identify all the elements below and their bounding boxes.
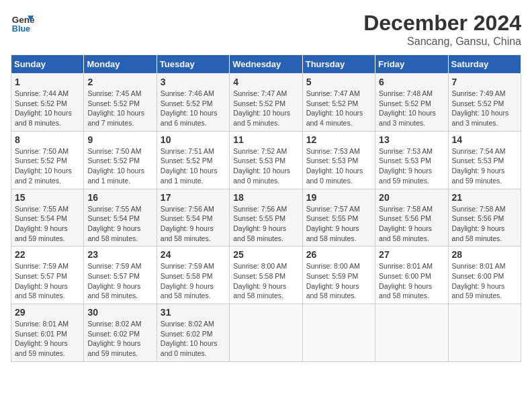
calendar-week-row: 22Sunrise: 7:59 AMSunset: 5:57 PMDayligh…	[11, 246, 521, 304]
svg-text:Blue: Blue	[12, 24, 30, 34]
calendar-cell: 29Sunrise: 8:01 AMSunset: 6:01 PMDayligh…	[11, 304, 84, 362]
calendar-header-row: SundayMondayTuesdayWednesdayThursdayFrid…	[11, 55, 521, 74]
calendar-cell: 16Sunrise: 7:55 AMSunset: 5:54 PMDayligh…	[84, 189, 157, 246]
day-detail: Sunrise: 7:59 AMSunset: 5:57 PMDaylight:…	[87, 261, 152, 301]
day-detail: Sunrise: 7:53 AMSunset: 5:53 PMDaylight:…	[306, 146, 371, 186]
day-number: 13	[379, 134, 444, 145]
day-detail: Sunrise: 7:50 AMSunset: 5:52 PMDaylight:…	[15, 146, 80, 186]
day-detail: Sunrise: 8:01 AMSunset: 6:00 PMDaylight:…	[379, 261, 444, 301]
day-detail: Sunrise: 7:50 AMSunset: 5:52 PMDaylight:…	[87, 146, 152, 186]
calendar-table: SundayMondayTuesdayWednesdayThursdayFrid…	[11, 54, 521, 362]
day-number: 12	[306, 134, 371, 145]
calendar-cell: 1Sunrise: 7:44 AMSunset: 5:52 PMDaylight…	[11, 74, 84, 132]
day-number: 22	[15, 249, 80, 260]
day-detail: Sunrise: 8:01 AMSunset: 6:00 PMDaylight:…	[452, 261, 517, 301]
calendar-cell: 27Sunrise: 8:01 AMSunset: 6:00 PMDayligh…	[375, 246, 448, 304]
day-detail: Sunrise: 7:57 AMSunset: 5:55 PMDaylight:…	[306, 204, 371, 244]
day-number: 5	[306, 77, 371, 87]
calendar-cell: 17Sunrise: 7:56 AMSunset: 5:54 PMDayligh…	[157, 189, 229, 246]
calendar-cell: 11Sunrise: 7:52 AMSunset: 5:53 PMDayligh…	[230, 131, 302, 189]
day-header-tuesday: Tuesday	[157, 55, 229, 74]
day-detail: Sunrise: 7:47 AMSunset: 5:52 PMDaylight:…	[306, 89, 371, 128]
day-number: 27	[379, 249, 444, 260]
day-header-sunday: Sunday	[11, 55, 84, 74]
day-number: 9	[87, 134, 152, 145]
day-detail: Sunrise: 7:47 AMSunset: 5:52 PMDaylight:…	[233, 89, 298, 128]
calendar-cell: 9Sunrise: 7:50 AMSunset: 5:52 PMDaylight…	[84, 131, 157, 189]
day-number: 25	[233, 249, 298, 260]
day-header-wednesday: Wednesday	[230, 55, 302, 74]
calendar-cell: 20Sunrise: 7:58 AMSunset: 5:56 PMDayligh…	[375, 189, 448, 246]
logo-icon: General Blue	[11, 11, 35, 35]
day-header-monday: Monday	[84, 55, 157, 74]
day-detail: Sunrise: 7:55 AMSunset: 5:54 PMDaylight:…	[15, 204, 80, 244]
day-detail: Sunrise: 8:00 AMSunset: 5:58 PMDaylight:…	[233, 261, 298, 301]
day-number: 28	[452, 249, 517, 260]
calendar-cell: 22Sunrise: 7:59 AMSunset: 5:57 PMDayligh…	[11, 246, 84, 304]
day-detail: Sunrise: 8:02 AMSunset: 6:02 PMDaylight:…	[87, 319, 152, 359]
calendar-cell: 14Sunrise: 7:54 AMSunset: 5:53 PMDayligh…	[448, 131, 521, 189]
calendar-cell: 19Sunrise: 7:57 AMSunset: 5:55 PMDayligh…	[302, 189, 375, 246]
calendar-body: 1Sunrise: 7:44 AMSunset: 5:52 PMDaylight…	[11, 74, 521, 362]
calendar-cell: 28Sunrise: 8:01 AMSunset: 6:00 PMDayligh…	[448, 246, 521, 304]
day-number: 11	[233, 134, 298, 145]
day-number: 6	[379, 77, 444, 87]
day-number: 10	[161, 134, 226, 145]
month-title: December 2024	[363, 11, 521, 36]
calendar-cell: 12Sunrise: 7:53 AMSunset: 5:53 PMDayligh…	[302, 131, 375, 189]
day-number: 31	[161, 307, 226, 318]
calendar-cell: 18Sunrise: 7:56 AMSunset: 5:55 PMDayligh…	[230, 189, 302, 246]
day-number: 29	[15, 307, 80, 318]
day-detail: Sunrise: 7:59 AMSunset: 5:57 PMDaylight:…	[15, 261, 80, 301]
logo: General Blue	[11, 11, 35, 35]
calendar-cell: 30Sunrise: 8:02 AMSunset: 6:02 PMDayligh…	[84, 304, 157, 362]
day-detail: Sunrise: 7:44 AMSunset: 5:52 PMDaylight:…	[15, 89, 80, 128]
calendar-week-row: 15Sunrise: 7:55 AMSunset: 5:54 PMDayligh…	[11, 189, 521, 246]
calendar-week-row: 1Sunrise: 7:44 AMSunset: 5:52 PMDaylight…	[11, 74, 521, 132]
calendar-cell	[230, 304, 302, 362]
day-number: 15	[15, 192, 80, 203]
day-header-friday: Friday	[375, 55, 448, 74]
day-number: 14	[452, 134, 517, 145]
title-area: December 2024 Sancang, Gansu, China	[363, 11, 521, 48]
calendar-cell: 24Sunrise: 7:59 AMSunset: 5:58 PMDayligh…	[157, 246, 229, 304]
page-header: General Blue December 2024 Sancang, Gans…	[11, 11, 521, 48]
day-number: 26	[306, 249, 371, 260]
calendar-cell: 13Sunrise: 7:53 AMSunset: 5:53 PMDayligh…	[375, 131, 448, 189]
calendar-cell: 10Sunrise: 7:51 AMSunset: 5:52 PMDayligh…	[157, 131, 229, 189]
day-detail: Sunrise: 8:00 AMSunset: 5:59 PMDaylight:…	[306, 261, 371, 301]
calendar-cell: 21Sunrise: 7:58 AMSunset: 5:56 PMDayligh…	[448, 189, 521, 246]
day-number: 17	[161, 192, 226, 203]
day-number: 8	[15, 134, 80, 145]
calendar-cell: 15Sunrise: 7:55 AMSunset: 5:54 PMDayligh…	[11, 189, 84, 246]
day-number: 1	[15, 77, 80, 87]
day-detail: Sunrise: 7:51 AMSunset: 5:52 PMDaylight:…	[161, 146, 226, 186]
day-detail: Sunrise: 7:52 AMSunset: 5:53 PMDaylight:…	[233, 146, 298, 186]
day-detail: Sunrise: 7:49 AMSunset: 5:52 PMDaylight:…	[452, 89, 517, 128]
calendar-cell	[448, 304, 521, 362]
day-number: 20	[379, 192, 444, 203]
day-detail: Sunrise: 7:46 AMSunset: 5:52 PMDaylight:…	[161, 89, 226, 128]
day-detail: Sunrise: 7:59 AMSunset: 5:58 PMDaylight:…	[161, 261, 226, 301]
calendar-cell: 2Sunrise: 7:45 AMSunset: 5:52 PMDaylight…	[84, 74, 157, 132]
day-detail: Sunrise: 8:01 AMSunset: 6:01 PMDaylight:…	[15, 319, 80, 359]
day-number: 3	[161, 77, 226, 87]
location-title: Sancang, Gansu, China	[363, 36, 521, 48]
calendar-week-row: 29Sunrise: 8:01 AMSunset: 6:01 PMDayligh…	[11, 304, 521, 362]
day-detail: Sunrise: 7:53 AMSunset: 5:53 PMDaylight:…	[379, 146, 444, 186]
day-number: 30	[87, 307, 152, 318]
calendar-cell: 5Sunrise: 7:47 AMSunset: 5:52 PMDaylight…	[302, 74, 375, 132]
calendar-cell	[375, 304, 448, 362]
calendar-cell	[302, 304, 375, 362]
calendar-week-row: 8Sunrise: 7:50 AMSunset: 5:52 PMDaylight…	[11, 131, 521, 189]
calendar-cell: 7Sunrise: 7:49 AMSunset: 5:52 PMDaylight…	[448, 74, 521, 132]
day-detail: Sunrise: 8:02 AMSunset: 6:02 PMDaylight:…	[161, 319, 226, 359]
day-number: 24	[161, 249, 226, 260]
calendar-cell: 23Sunrise: 7:59 AMSunset: 5:57 PMDayligh…	[84, 246, 157, 304]
day-number: 4	[233, 77, 298, 87]
day-number: 23	[87, 249, 152, 260]
day-detail: Sunrise: 7:45 AMSunset: 5:52 PMDaylight:…	[87, 89, 152, 128]
day-detail: Sunrise: 7:56 AMSunset: 5:55 PMDaylight:…	[233, 204, 298, 244]
day-number: 16	[87, 192, 152, 203]
day-number: 18	[233, 192, 298, 203]
